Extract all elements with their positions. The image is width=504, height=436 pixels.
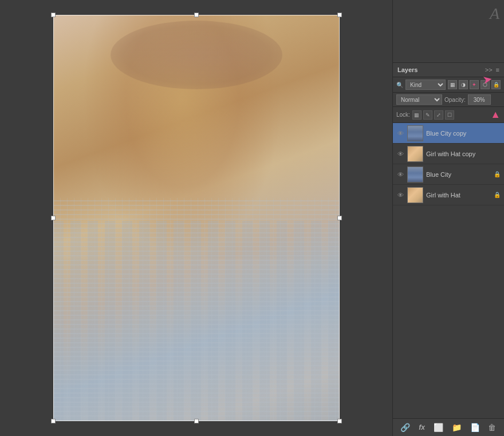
layer-eye-2[interactable]: 👁 (396, 150, 404, 157)
layer-item-girl-hat[interactable]: 👁 Girl with Hat 🔒 (393, 185, 504, 205)
layer-item-girl-hat-copy[interactable]: 👁 Girl with Hat copy (393, 144, 504, 164)
layer-item-blue-city-copy[interactable]: 👁 Blue City copy (393, 123, 504, 144)
new-group-btn[interactable]: 📁 (450, 422, 464, 433)
layer-name-1: Blue City copy (426, 130, 501, 137)
handle-bm[interactable] (194, 419, 199, 423)
layer-effects-btn[interactable]: fx (416, 422, 427, 433)
layer-name-4: Girl with Hat (426, 192, 491, 199)
layer-thumb-image-4 (408, 188, 423, 203)
right-panel: A Layers >> ≡ 🔍 Kind ▦ ◑ ✦ (392, 0, 504, 436)
lock-row: Lock: ▦ ✎ ⤢ ☐ ▲ (393, 107, 504, 123)
canvas-wrapper (53, 15, 340, 421)
corner-letter: A (490, 5, 499, 23)
link-layers-btn[interactable]: 🔗 (398, 422, 412, 433)
fill-arrow-icon: ▲ (490, 109, 501, 121)
filter-kind-select[interactable]: Kind (405, 80, 446, 90)
lock-position-btn[interactable]: ✎ (423, 110, 432, 120)
search-icon: 🔍 (396, 82, 403, 88)
filter-adjust-btn[interactable]: ◑ (459, 80, 468, 89)
opacity-input[interactable] (468, 94, 491, 105)
layers-footer: 🔗 fx ⬜ 📁 📄 🗑 (393, 418, 504, 436)
handle-br[interactable] (337, 419, 342, 423)
handle-bl[interactable] (51, 419, 56, 423)
layer-eye-3[interactable]: 👁 (396, 171, 404, 178)
layer-thumb-image-2 (408, 146, 423, 161)
lock-label: Lock: (396, 112, 410, 118)
handle-tl[interactable] (51, 13, 56, 17)
handle-tr[interactable] (337, 13, 342, 17)
layers-menu-btn[interactable]: ≡ (496, 66, 499, 73)
canvas-area (0, 0, 392, 436)
lock-icons: ▦ ✎ ⤢ ☐ (412, 110, 454, 120)
layer-lock-3: 🔒 (494, 171, 501, 177)
layers-list: 👁 Blue City copy 👁 Girl with Hat copy 👁 (393, 123, 504, 418)
layer-name-3: Blue City (426, 171, 491, 178)
layers-title: Layers (397, 66, 418, 73)
layer-eye-4[interactable]: 👁 (396, 192, 404, 199)
layer-lock-4: 🔒 (494, 192, 501, 198)
layer-thumb-3 (407, 167, 423, 183)
layer-thumb-1 (407, 125, 423, 141)
lock-all-btn[interactable]: ☐ (445, 110, 454, 120)
layer-thumb-4 (407, 187, 423, 203)
layers-panel: Layers >> ≡ 🔍 Kind ▦ ◑ ✦ ⬡ 🔒 (393, 63, 504, 436)
handle-ml[interactable] (51, 216, 56, 220)
layer-thumb-image-3 (408, 167, 423, 182)
filter-type-btn[interactable]: ✦ (470, 80, 479, 89)
mode-row: Normal Opacity: (393, 93, 504, 107)
opacity-label: Opacity: (444, 97, 466, 103)
filter-row-container: 🔍 Kind ▦ ◑ ✦ ⬡ 🔒 ➤ (393, 77, 504, 93)
add-mask-btn[interactable]: ⬜ (431, 422, 446, 433)
delete-layer-btn[interactable]: 🗑 (486, 422, 498, 433)
canvas-image (53, 15, 340, 421)
fill-arrow-container: ▲ (490, 109, 501, 121)
blend-mode-select[interactable]: Normal (396, 94, 442, 105)
layer-thumb-image-1 (408, 126, 423, 141)
new-layer-btn[interactable]: 📄 (468, 422, 482, 433)
layer-eye-1[interactable]: 👁 (396, 130, 404, 137)
lock-artboard-btn[interactable]: ⤢ (434, 110, 443, 120)
handle-tm[interactable] (194, 13, 199, 17)
lock-pixels-btn[interactable]: ▦ (412, 110, 422, 120)
handle-mr[interactable] (337, 216, 342, 220)
layer-item-blue-city[interactable]: 👁 Blue City 🔒 (393, 164, 504, 185)
filter-pixel-btn[interactable]: ▦ (448, 80, 457, 89)
layer-thumb-2 (407, 146, 423, 162)
layer-name-2: Girl with Hat copy (426, 150, 501, 157)
top-corner: A (393, 0, 504, 63)
